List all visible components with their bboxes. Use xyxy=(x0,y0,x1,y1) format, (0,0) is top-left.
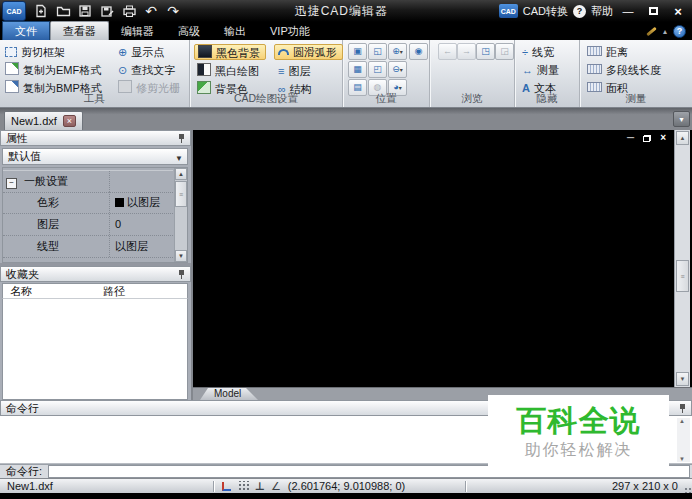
tab-advanced[interactable]: 高级 xyxy=(166,22,212,40)
favorites-col-path[interactable]: 路径 xyxy=(103,284,125,299)
close-button[interactable]: × xyxy=(668,3,688,19)
command-scrollbar[interactable]: ▲ ▼ xyxy=(677,418,690,462)
favorites-list[interactable] xyxy=(2,299,188,400)
mdi-close-icon[interactable]: × xyxy=(660,132,666,143)
app-logo-icon[interactable]: CAD xyxy=(2,1,26,21)
layers-button[interactable]: ≡图层 xyxy=(278,63,310,79)
drawing-canvas[interactable]: ─ × xyxy=(193,130,674,387)
black-background-label: 黑色背景 xyxy=(216,47,260,59)
tab-editor[interactable]: 编辑器 xyxy=(109,22,166,40)
tab-output[interactable]: 输出 xyxy=(212,22,258,40)
clip-frame-button[interactable]: 剪切框架 xyxy=(5,44,65,60)
smooth-arc-button[interactable]: 圆滑弧形 xyxy=(274,44,343,60)
property-group-row[interactable]: − 一般设置 xyxy=(3,170,173,193)
property-row-linetype[interactable]: 线型 以图层 xyxy=(3,236,173,258)
polyline-length-button[interactable]: 多段线长度 xyxy=(587,62,661,78)
distance-icon xyxy=(587,46,602,56)
print-icon xyxy=(122,4,137,18)
collapse-ribbon-icon[interactable]: ▴ xyxy=(663,27,667,36)
smooth-arc-label: 圆滑弧形 xyxy=(293,46,337,58)
black-background-button[interactable]: 黑色背景 xyxy=(194,44,266,60)
cad-convert-button[interactable]: CAD转换 xyxy=(523,4,568,19)
collapse-group-icon[interactable]: − xyxy=(6,178,17,189)
minimize-button[interactable]: — xyxy=(618,3,638,19)
scroll-down-icon: ▼ xyxy=(178,253,184,259)
pan-window-button[interactable]: ▣ xyxy=(348,43,367,60)
copy-view-button[interactable]: ▦ xyxy=(348,61,367,78)
pan-hand-icon: ◉ xyxy=(415,46,423,56)
scroll-down-button[interactable]: ▼ xyxy=(175,250,187,262)
save-button[interactable] xyxy=(74,2,96,20)
preset-combo[interactable]: 默认值 ▼ xyxy=(2,148,188,165)
zoom-extents-button[interactable]: ◰ xyxy=(368,61,387,78)
line-width-button[interactable]: ÷线宽 xyxy=(522,44,554,60)
model-tab[interactable]: Model xyxy=(200,388,260,400)
grid-mode-icon[interactable] xyxy=(237,481,249,491)
measure-toggle-button[interactable]: ↔测量 xyxy=(522,62,559,78)
copy-emf-button[interactable]: 复制为EMF格式 xyxy=(5,62,101,78)
color-value-text: 以图层 xyxy=(127,196,160,208)
ortho-mode-icon[interactable] xyxy=(222,482,231,491)
property-grid-scrollbar[interactable]: ▲ ≡ ▼ xyxy=(174,168,187,262)
tab-viewer[interactable]: 查看器 xyxy=(50,21,109,40)
pin-icon[interactable] xyxy=(178,134,185,143)
maximize-button[interactable] xyxy=(643,3,663,19)
tab-file[interactable]: 文件 xyxy=(2,21,50,40)
shade-icon: ◍ xyxy=(374,82,382,92)
favorites-col-name[interactable]: 名称 xyxy=(10,284,32,299)
pan-hand-button[interactable]: ◉ xyxy=(409,43,428,60)
canvas-scroll-down-button[interactable]: ▼ xyxy=(676,372,689,386)
property-group-value xyxy=(109,171,115,192)
tab-vip[interactable]: VIP功能 xyxy=(258,22,322,40)
line-width-label: 线宽 xyxy=(532,46,554,58)
perpendicular-snap-icon[interactable]: ⊥ xyxy=(255,480,265,493)
pin-icon[interactable] xyxy=(679,404,686,413)
prev-layout-icon: ◳ xyxy=(481,46,490,56)
show-points-button[interactable]: ⊕显示点 xyxy=(118,44,164,60)
line-width-icon: ÷ xyxy=(522,44,528,60)
scroll-up-icon[interactable]: ▲ xyxy=(679,418,685,424)
undo-button[interactable]: ↶ xyxy=(140,2,162,20)
print-button[interactable] xyxy=(118,2,140,20)
canvas-scroll-up-button[interactable]: ▲ xyxy=(676,131,689,145)
help-button[interactable]: 帮助 xyxy=(591,4,613,19)
open-file-button[interactable] xyxy=(52,2,74,20)
find-text-button[interactable]: ⊙查找文字 xyxy=(118,62,175,78)
resize-grip[interactable] xyxy=(682,481,692,491)
pen-icon[interactable] xyxy=(646,26,656,35)
watermark-overlay: 百科全说 助你轻松解决 xyxy=(488,395,669,470)
quick-help-icon[interactable]: ? xyxy=(673,25,686,38)
document-list-dropdown[interactable]: ▾ xyxy=(673,111,690,127)
distance-button[interactable]: 距离 xyxy=(587,44,628,60)
property-row-color[interactable]: 色彩 以图层 xyxy=(3,192,173,214)
ribbon: 剪切框架 复制为EMF格式 复制为BMP格式 ⊕显示点 ⊙查找文字 修剪光栅 工… xyxy=(0,40,692,108)
document-close-icon[interactable]: × xyxy=(63,115,76,127)
scroll-down-icon[interactable]: ▼ xyxy=(679,456,685,462)
canvas-scroll-thumb[interactable]: ≡ xyxy=(676,260,689,292)
new-file-button[interactable] xyxy=(30,2,52,20)
property-row-layer[interactable]: 图层 0 xyxy=(3,214,173,236)
redo-button[interactable]: ↷ xyxy=(162,2,184,20)
zoom-in-button[interactable]: ⊕▾ xyxy=(388,43,407,60)
document-tab[interactable]: New1.dxf × xyxy=(4,111,83,130)
area-icon xyxy=(587,82,602,92)
canvas-vertical-scrollbar[interactable]: ▲ ≡ ▼ xyxy=(674,130,690,387)
mdi-restore-icon[interactable] xyxy=(643,135,651,142)
property-value: 以图层 xyxy=(109,236,148,257)
scroll-thumb[interactable]: ≡ xyxy=(175,181,187,207)
zoom-out-button[interactable]: ⊖▾ xyxy=(388,61,407,78)
zoom-rect-button[interactable]: ◱ xyxy=(368,43,387,60)
angle-snap-icon[interactable]: ∠ xyxy=(271,480,281,493)
section-label-hide: 隐藏 xyxy=(515,92,579,106)
pin-icon[interactable] xyxy=(178,270,185,279)
properties-panel-header: 属性 xyxy=(0,130,191,146)
bw-drawing-label: 黑白绘图 xyxy=(215,65,259,77)
render-dropdown-icon: ▾ xyxy=(399,85,402,91)
bw-drawing-button[interactable]: 黑白绘图 xyxy=(197,63,259,79)
property-label: 图层 xyxy=(3,218,59,230)
mdi-minimize-icon[interactable]: ─ xyxy=(627,132,634,143)
copy-emf-label: 复制为EMF格式 xyxy=(23,64,101,76)
prev-layout-button[interactable]: ◳ xyxy=(476,43,495,60)
save-as-button[interactable] xyxy=(96,2,118,20)
scroll-up-button[interactable]: ▲ xyxy=(175,168,187,180)
